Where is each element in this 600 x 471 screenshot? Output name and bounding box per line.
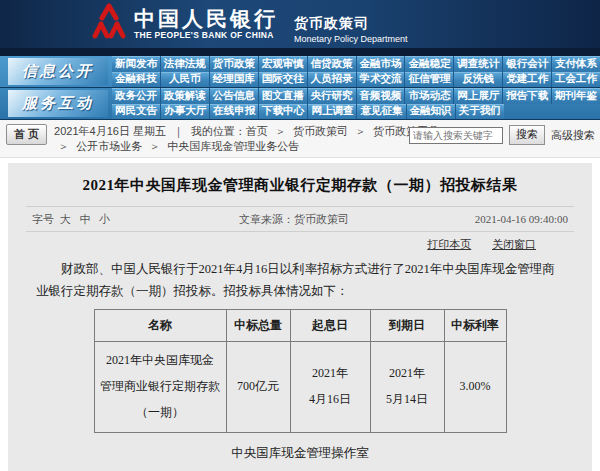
nav-item[interactable]: 报告下载 [502,88,551,104]
search-button[interactable]: 搜索 [509,125,545,145]
breadcrumb-item-open-market[interactable]: 公开市场业务 [76,140,142,152]
nav-item[interactable]: 网上展厅 [453,88,502,104]
article-actions: 打印本页 关闭窗口 [8,232,592,252]
article-meta: 字号 大 中 小 文章来源：货币政策司 2021-04-16 09:40:00 [8,207,592,231]
cell-rate: 3.00% [444,342,506,432]
nav-item[interactable]: 党建工作 [502,72,551,88]
department-name: 货币政策司 Monetary Policy Department [294,5,408,44]
table-header-row: 名称 中标总量 起息日 到期日 中标利率 [94,310,506,342]
department-name-cn: 货币政策司 [294,15,408,33]
search-area: 搜索 高级搜索 [409,125,595,145]
home-button[interactable]: 首 页 [6,124,47,145]
cell-amount: 700亿元 [226,342,290,432]
col-header-maturity-date: 到期日 [370,310,444,342]
nav-item[interactable]: 网民文告 [112,104,160,120]
nav-item[interactable]: 学术交流 [356,72,405,88]
breadcrumb-bar: 首 页 2021年4月16日 星期五 ｜ 我的位置：首页 ＞ 货币政策司 ＞ 货… [0,120,600,158]
nav-item[interactable]: 音频视频 [356,88,405,104]
nav-item[interactable]: 宏观审慎 [258,56,307,72]
nav-row: 金融科技 人民币 经理国库 国际交往 人员招录 学术交流 征信管理 反洗钱 党建… [112,72,600,88]
bank-name-cn: 中国人民银行 [134,8,278,30]
breadcrumb: 2021年4月16日 星期五 ｜ 我的位置：首页 ＞ 货币政策司 ＞ 货币政策工… [52,124,440,154]
pboc-emblem-icon [92,1,126,47]
breadcrumb-divider: ｜ [173,125,184,137]
font-size-label: 字号 [32,213,54,225]
nav-item[interactable]: 金融市场 [356,56,405,72]
font-size-large[interactable]: 大 [60,213,71,225]
main-nav: 信息公开 新闻发布 法律法规 货币政策 宏观审慎 信贷政策 金融市场 金融稳定 … [0,56,600,120]
nav-item[interactable]: 央行研究 [307,88,356,104]
nav-item[interactable]: 法律法规 [160,56,209,72]
nav-item[interactable]: 办事大厅 [160,104,209,120]
nav-row: 政务公开 政策解读 公告信息 图文直播 央行研究 音频视频 市场动态 网上展厅 … [112,88,600,104]
pboc-logo[interactable]: 中国人民银行 THE PEOPLE'S BANK OF CHINA [92,1,278,47]
department-name-en: Monetary Policy Department [294,34,408,44]
col-header-amount: 中标总量 [226,310,290,342]
location-label: 我的位置： [191,125,246,137]
nav-item[interactable]: 反洗钱 [453,72,502,88]
nav-item[interactable]: 人员招录 [307,72,356,88]
font-size-control: 字号 大 中 小 [32,212,113,227]
nav-item[interactable]: 征信管理 [404,72,453,88]
nav-section-services[interactable]: 服务互动 [8,90,108,117]
nav-item[interactable]: 经理国库 [209,72,258,88]
breadcrumb-separator: ＞ [149,140,160,152]
print-page-link[interactable]: 打印本页 [427,238,471,250]
article-paragraph: 财政部、中国人民银行于2021年4月16日以利率招标方式进行了2021年中央国库… [36,259,564,303]
font-size-small[interactable]: 小 [99,213,110,225]
nav-item[interactable]: 金融知识 [406,104,455,120]
header-banner: 中国人民银行 THE PEOPLE'S BANK OF CHINA 货币政策司 … [0,0,600,48]
nav-item[interactable]: 关于我们 [455,104,504,120]
source-value: 货币政策司 [294,213,349,225]
nav-item[interactable]: 新闻发布 [112,56,160,72]
breadcrumb-separator: ＞ [355,125,366,137]
breadcrumb-separator: ＞ [58,140,69,152]
nav-item[interactable]: 政务公开 [112,88,160,104]
page-title: 2021年中央国库现金管理商业银行定期存款（一期）招投标结果 [8,176,592,195]
col-header-rate: 中标利率 [444,310,506,342]
current-date: 2021年4月16日 星期五 [54,125,166,137]
article-panel: 2021年中央国库现金管理商业银行定期存款（一期）招投标结果 字号 大 中 小 … [8,163,592,471]
nav-item[interactable]: 意见征集 [356,104,405,120]
nav-item[interactable]: 货币政策 [209,56,258,72]
nav-item[interactable]: 国际交往 [258,72,307,88]
search-input[interactable] [409,127,503,144]
nav-row: 新闻发布 法律法规 货币政策 宏观审慎 信贷政策 金融市场 金融稳定 调查统计 … [112,56,600,72]
nav-item[interactable]: 人民币 [160,72,209,88]
nav-item[interactable]: 图文直播 [258,88,307,104]
table-row: 2021年中央国库现金 管理商业银行定期存款 （一期） 700亿元 2021年 … [94,342,506,432]
col-header-start-date: 起息日 [290,310,370,342]
cell-maturity-date: 2021年 5月14日 [370,342,444,432]
nav-item[interactable]: 期刊年鉴 [551,88,600,104]
nav-item[interactable]: 网上调查 [307,104,356,120]
close-window-link[interactable]: 关闭窗口 [492,238,536,250]
breadcrumb-item-dept[interactable]: 货币政策司 [293,125,348,137]
nav-item[interactable]: 工会工作 [551,72,600,88]
bank-name: 中国人民银行 THE PEOPLE'S BANK OF CHINA [134,8,278,40]
breadcrumb-item-home[interactable]: 首页 [246,125,268,137]
banner-divider-strip [0,48,600,56]
nav-item[interactable]: 公告信息 [209,88,258,104]
advanced-search-link[interactable]: 高级搜索 [551,128,595,143]
nav-item[interactable]: 调查统计 [453,56,502,72]
nav-item[interactable]: 金融稳定 [404,56,453,72]
nav-item[interactable]: 政策解读 [160,88,209,104]
font-size-medium[interactable]: 中 [80,213,91,225]
nav-item[interactable]: 信贷政策 [307,56,356,72]
breadcrumb-item-current[interactable]: 中央国库现金管理业务公告 [167,140,299,152]
bid-result-table: 名称 中标总量 起息日 到期日 中标利率 2021年中央国库现金 管理商业银行定… [94,309,507,432]
nav-item[interactable]: 银行会计 [502,56,551,72]
cell-start-date: 2021年 4月16日 [290,342,370,432]
col-header-name: 名称 [94,310,226,342]
nav-section-info-disclosure[interactable]: 信息公开 [8,58,108,85]
nav-group-services: 服务互动 政务公开 政策解读 公告信息 图文直播 央行研究 音频视频 市场动态 … [0,88,600,120]
nav-item[interactable]: 在线申报 [209,104,258,120]
nav-item[interactable]: 下载中心 [258,104,307,120]
nav-item[interactable]: 市场动态 [404,88,453,104]
nav-empty-slot [504,104,552,120]
nav-item[interactable]: 金融科技 [112,72,160,88]
nav-item[interactable]: 支付体系 [551,56,600,72]
nav-group-info-disclosure: 信息公开 新闻发布 法律法规 货币政策 宏观审慎 信贷政策 金融市场 金融稳定 … [0,56,600,88]
source-label: 文章来源： [239,213,294,225]
nav-empty-slot [552,104,600,120]
